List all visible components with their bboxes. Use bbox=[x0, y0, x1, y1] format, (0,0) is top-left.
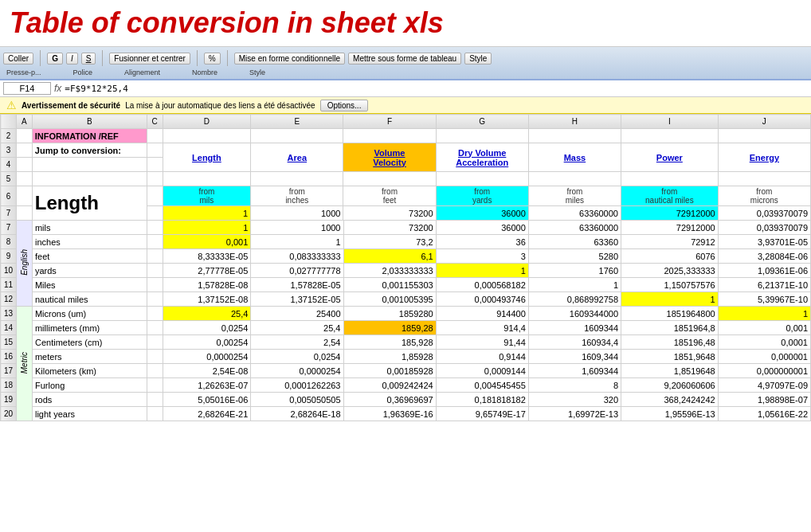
cell-f3[interactable]: Volume Velocity bbox=[343, 143, 436, 172]
cell-e3[interactable]: Area bbox=[251, 143, 343, 172]
cell-f18: 0,009242424 bbox=[343, 378, 436, 393]
cell-j7: 0,039370079 bbox=[718, 221, 810, 235]
italic-button[interactable]: I bbox=[66, 53, 78, 65]
fusionner-button[interactable]: Fusionner et centrer bbox=[109, 53, 190, 65]
cell-i19: 368,2424242 bbox=[621, 393, 719, 407]
coller-button[interactable]: Coller bbox=[3, 53, 33, 65]
row-num-16: 16 bbox=[1, 350, 17, 364]
cell-c7 bbox=[147, 206, 163, 221]
ribbon: Coller G I S Fusionner et centrer % Mise… bbox=[0, 47, 811, 80]
cell-e11: 1,57828E-05 bbox=[251, 278, 343, 292]
gras-button[interactable]: G bbox=[47, 53, 63, 65]
table-row: 13MetricMicrons (um)25,42540018592809144… bbox=[1, 307, 811, 321]
cell-d3[interactable]: Length bbox=[163, 143, 251, 172]
cell-g15: 91,44 bbox=[436, 335, 528, 350]
ribbon-separator bbox=[40, 50, 41, 66]
cell-h8: 63360 bbox=[528, 235, 621, 249]
cell-j11: 6,21371E-10 bbox=[718, 278, 810, 292]
row-num-2: 2 bbox=[1, 129, 17, 143]
cell-e17: 0,0000254 bbox=[251, 364, 343, 378]
cell-c19 bbox=[147, 393, 163, 407]
label-8: inches bbox=[32, 235, 147, 249]
col-header-a: A bbox=[16, 115, 32, 129]
cell-g8: 36 bbox=[436, 235, 528, 249]
cell-c7 bbox=[147, 221, 163, 235]
options-button[interactable]: Options... bbox=[320, 100, 369, 111]
cell-f11: 0,001155303 bbox=[343, 278, 436, 292]
row-num-4: 4 bbox=[1, 158, 17, 172]
cell-a4 bbox=[16, 158, 32, 172]
cell-c13 bbox=[147, 307, 163, 321]
cell-h19: 320 bbox=[528, 393, 621, 407]
cell-d5 bbox=[163, 172, 251, 186]
cell-h15: 160934,4 bbox=[528, 335, 621, 350]
table-row: 20light years2,68264E-212,68264E-181,963… bbox=[1, 407, 811, 421]
cell-h7: 63360000 bbox=[528, 221, 621, 235]
cell-a3 bbox=[16, 143, 32, 158]
cell-g11: 0,000568182 bbox=[436, 278, 528, 292]
cell-e13: 25400 bbox=[251, 307, 343, 321]
cell-g12: 0,000493746 bbox=[436, 292, 528, 307]
cell-f2 bbox=[343, 129, 436, 143]
mise-en-forme-button[interactable]: Mise en forme conditionnelle bbox=[234, 53, 345, 65]
cell-c10 bbox=[147, 264, 163, 278]
presse-p-label: Presse-p... bbox=[6, 68, 41, 76]
col-header-b: B bbox=[32, 115, 147, 129]
cell-i7: 72912000 bbox=[621, 221, 719, 235]
security-icon: ⚠ bbox=[6, 99, 17, 111]
cell-f17: 0,00185928 bbox=[343, 364, 436, 378]
cell-h16: 1609,344 bbox=[528, 350, 621, 364]
label-19: rods bbox=[32, 393, 147, 407]
table-row: 12nautical miles1,37152E-081,37152E-050,… bbox=[1, 292, 811, 307]
from-mils: frommils bbox=[163, 186, 251, 206]
pourcent-button[interactable]: % bbox=[204, 53, 221, 65]
row-num-12: 12 bbox=[1, 292, 17, 307]
cell-c8 bbox=[147, 235, 163, 249]
table-row: 6 Length frommils frominches fromfeet fr… bbox=[1, 186, 811, 206]
cell-g19: 0,181818182 bbox=[436, 393, 528, 407]
label-18: Furlong bbox=[32, 378, 147, 393]
cell-d7: 1 bbox=[163, 206, 251, 221]
cell-c3 bbox=[147, 143, 163, 158]
label-10: yards bbox=[32, 264, 147, 278]
style-button[interactable]: Style bbox=[464, 53, 492, 65]
cell-j7: 0,039370079 bbox=[718, 206, 810, 221]
from-nautical-miles: fromnautical miles bbox=[621, 186, 718, 206]
col-header-c: C bbox=[147, 115, 163, 129]
cell-i9: 6076 bbox=[621, 249, 719, 264]
cell-h18: 8 bbox=[528, 378, 621, 393]
cell-c14 bbox=[147, 321, 163, 335]
cell-d2 bbox=[163, 129, 251, 143]
cell-g10: 1 bbox=[436, 264, 528, 278]
cell-i3[interactable]: Power bbox=[621, 143, 718, 172]
table-row: 5 bbox=[1, 172, 811, 186]
label-13: Microns (um) bbox=[32, 307, 147, 321]
cell-j13: 1 bbox=[718, 307, 810, 321]
cell-d14: 0,0254 bbox=[163, 321, 251, 335]
cell-g3[interactable]: Dry Volume Acceleration bbox=[436, 143, 528, 172]
cell-e10: 0,027777778 bbox=[251, 264, 343, 278]
cell-reference[interactable]: F14 bbox=[3, 82, 51, 95]
cell-i12: 1 bbox=[621, 292, 719, 307]
table-row: 17Kilometers (km)2,54E-080,00002540,0018… bbox=[1, 364, 811, 378]
cell-g18: 0,004545455 bbox=[436, 378, 528, 393]
cell-i7: 72912000 bbox=[621, 206, 718, 221]
cell-h3[interactable]: Mass bbox=[528, 143, 621, 172]
table-row: 16meters0,00002540,02541,859280,91441609… bbox=[1, 350, 811, 364]
spreadsheet-table: A B C D E F G H I J 2 INFORMATION /REF bbox=[0, 114, 811, 221]
spreadsheet-area[interactable]: A B C D E F G H I J 2 INFORMATION /REF bbox=[0, 114, 811, 532]
cell-e8: 1 bbox=[251, 235, 343, 249]
from-feet: fromfeet bbox=[343, 186, 436, 206]
cell-j3[interactable]: Energy bbox=[718, 143, 810, 172]
mettre-en-forme-button[interactable]: Mettre sous forme de tableau bbox=[348, 53, 461, 65]
cell-h20: 1,69972E-13 bbox=[528, 407, 621, 421]
table-row: 3 Jump to conversion: Length Area Volume… bbox=[1, 143, 811, 158]
souligne-button[interactable]: S bbox=[81, 53, 96, 65]
cell-j5 bbox=[718, 172, 810, 186]
cell-c2 bbox=[147, 129, 163, 143]
fx-label: fx bbox=[54, 83, 61, 94]
length-label: Length bbox=[32, 186, 147, 221]
label-16: meters bbox=[32, 350, 147, 364]
label-7: mils bbox=[32, 221, 147, 235]
cell-c16 bbox=[147, 350, 163, 364]
